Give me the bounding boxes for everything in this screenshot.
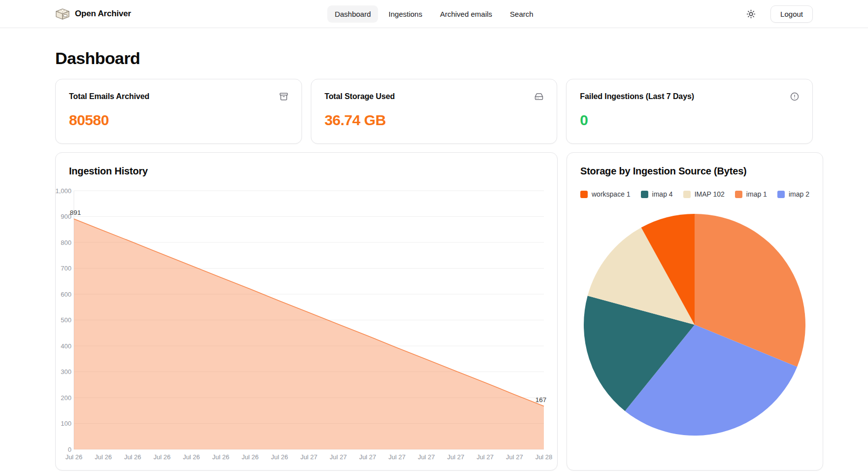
y-axis-tick: 600 [61, 291, 71, 298]
stat-card-title: Total Emails Archived [69, 92, 149, 101]
legend-swatch [580, 191, 588, 198]
legend-item-workspace-1[interactable]: workspace 1 [580, 190, 631, 198]
alert-circle-icon [790, 92, 799, 101]
main-nav: DashboardIngestionsArchived emailsSearch [327, 0, 540, 28]
nav-item-ingestions[interactable]: Ingestions [381, 5, 430, 23]
y-axis-tick: 800 [61, 239, 71, 246]
main-content: Dashboard Total Emails Archived80580Tota… [0, 49, 868, 471]
stat-card-value: 36.74 GB [325, 112, 544, 129]
stat-card-0: Total Emails Archived80580 [55, 79, 302, 144]
sun-icon [746, 9, 756, 19]
storage-by-source-card: Storage by Ingestion Source (Bytes) work… [567, 152, 823, 471]
x-axis-tick: Jul 26 [95, 453, 112, 461]
stat-card-1: Total Storage Used36.74 GB [311, 79, 558, 144]
legend-item-imap-1[interactable]: imap 1 [735, 190, 767, 198]
top-nav: Open Archiver DashboardIngestionsArchive… [0, 0, 868, 28]
y-axis-tick: 300 [61, 368, 71, 375]
header-actions: Logout [744, 5, 813, 23]
app-logo-icon [55, 7, 70, 20]
legend-item-imap-2[interactable]: imap 2 [777, 190, 809, 198]
stat-cards-row: Total Emails Archived80580Total Storage … [55, 79, 813, 144]
x-axis-tick: Jul 26 [183, 453, 200, 461]
y-axis-tick: 400 [61, 342, 71, 350]
y-axis-tick: 1,000 [56, 187, 71, 195]
x-axis-tick: Jul 26 [241, 453, 259, 461]
logout-button[interactable]: Logout [770, 5, 813, 23]
nav-item-search[interactable]: Search [502, 5, 541, 23]
legend-swatch [641, 191, 648, 198]
x-axis-tick: Jul 28 [535, 453, 553, 461]
legend-swatch [683, 191, 691, 198]
hard-drive-icon [534, 92, 543, 101]
y-axis-tick: 100 [61, 420, 71, 427]
legend-label: imap 2 [789, 190, 809, 198]
stat-card-2: Failed Ingestions (Last 7 Days)0 [566, 79, 813, 144]
app-name: Open Archiver [75, 9, 131, 19]
storage-chart-title: Storage by Ingestion Source (Bytes) [580, 166, 809, 177]
legend-label: imap 4 [652, 190, 673, 198]
legend-label: imap 1 [746, 190, 767, 198]
storage-pie-chart [583, 213, 806, 436]
legend-swatch [777, 191, 785, 198]
ingestion-history-card: Ingestion History 0100200300400500600700… [55, 152, 558, 471]
page-title: Dashboard [55, 49, 813, 68]
x-axis-tick: Jul 26 [212, 453, 230, 461]
y-axis-tick: 500 [61, 316, 71, 324]
x-axis-tick: Jul 27 [447, 453, 465, 461]
legend-swatch [735, 191, 742, 198]
y-axis-tick: 700 [61, 265, 71, 272]
pie-chart-area [580, 213, 809, 457]
x-axis-tick: Jul 27 [330, 453, 347, 461]
brand[interactable]: Open Archiver [55, 7, 131, 20]
legend-label: workspace 1 [592, 190, 631, 198]
theme-toggle-button[interactable] [744, 7, 758, 21]
point-label: 167 [535, 396, 547, 404]
ingestion-history-chart: 01002003004005006007008009001,000Jul 26J… [56, 181, 557, 471]
pie-legend: workspace 1imap 4IMAP 102imap 1imap 2 [580, 190, 809, 198]
legend-label: IMAP 102 [695, 190, 725, 198]
archive-icon [279, 92, 288, 101]
nav-item-dashboard[interactable]: Dashboard [327, 5, 378, 23]
stat-card-value: 0 [580, 112, 799, 129]
x-axis-tick: Jul 27 [359, 453, 376, 461]
x-axis-tick: Jul 26 [271, 453, 288, 461]
charts-row: Ingestion History 0100200300400500600700… [55, 152, 813, 471]
x-axis-tick: Jul 26 [124, 453, 141, 461]
nav-item-archived-emails[interactable]: Archived emails [433, 5, 500, 23]
area-fill [74, 219, 544, 449]
stat-card-title: Failed Ingestions (Last 7 Days) [580, 92, 694, 101]
y-axis-tick: 0 [68, 446, 71, 453]
stat-card-title: Total Storage Used [325, 92, 395, 101]
stat-card-value: 80580 [69, 112, 288, 129]
ingestion-history-title: Ingestion History [69, 166, 557, 177]
y-axis-tick: 200 [61, 394, 71, 402]
x-axis-tick: Jul 27 [418, 453, 435, 461]
x-axis-tick: Jul 26 [154, 453, 171, 461]
legend-item-imap-4[interactable]: imap 4 [641, 190, 673, 198]
x-axis-tick: Jul 27 [506, 453, 523, 461]
x-axis-tick: Jul 27 [389, 453, 406, 461]
x-axis-tick: Jul 27 [300, 453, 318, 461]
legend-item-imap-102[interactable]: IMAP 102 [683, 190, 725, 198]
x-axis-tick: Jul 26 [66, 453, 83, 461]
point-label: 891 [70, 209, 81, 216]
x-axis-tick: Jul 27 [476, 453, 494, 461]
